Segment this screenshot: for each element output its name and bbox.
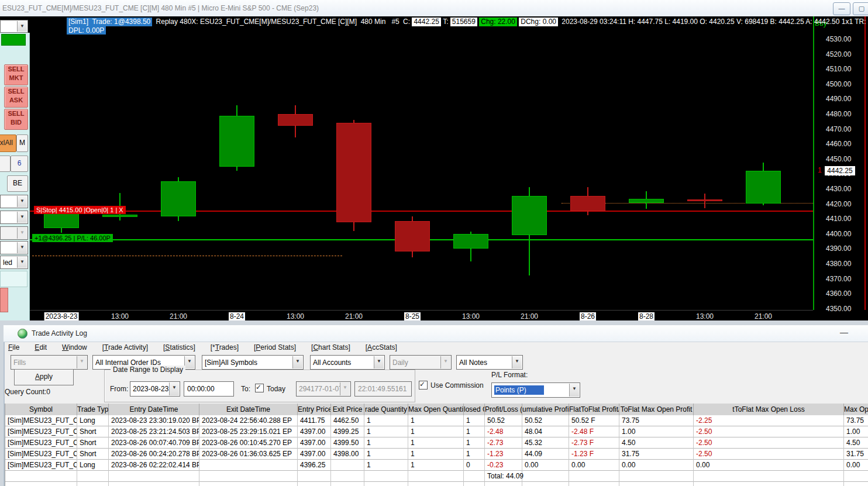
column-header[interactable]: FlatToFlat Profit/Loss (P [569,404,619,415]
candle [629,199,664,203]
log-minimize-icon[interactable]: — [840,328,848,337]
menu-item-periodstats[interactable]: [Period Stats] [250,342,299,353]
column-header[interactable]: umulative Profit/Loss ( [522,404,569,415]
column-header[interactable]: Max Open Quantity [408,404,464,415]
table-cell: 2023-08-26 00:10:45.270 EP [199,437,298,449]
menu-item-statistics[interactable]: [Statistics] [160,342,199,353]
apply-button[interactable]: Apply [14,369,74,385]
table-cell: 4399.50 [331,437,364,449]
time-tick-label: 21:00 [521,312,538,320]
sell-market-button[interactable]: SELL MKT [4,64,28,85]
table-row[interactable]: [Sim]MESU23_FUT_CMLong2023-08-26 02:22:0… [5,460,868,471]
partial-button[interactable] [0,156,11,172]
sidebar-combo-5[interactable]: led▼ [0,256,28,269]
table-cell [464,471,485,482]
candle [453,234,488,249]
sidebar-combo-2[interactable]: ▼ [0,211,28,224]
notes-combo[interactable]: All Notes▼ [456,355,523,370]
chart-area[interactable]: S|Stop| 4415.00 |Open|0| 1 | X+1@4396.25… [29,16,813,320]
buy-status-indicator [1,34,26,46]
column-header[interactable]: Entry Price [298,404,331,415]
daily-change-value: DChg: 0.00 [519,18,558,26]
menu-item-window[interactable]: Window [58,342,91,353]
log-title-bar[interactable] [4,325,868,342]
to-label: To: [241,385,250,393]
sidebar-top-combo[interactable]: ▼ [0,20,28,33]
table-cell [77,482,109,486]
maximize-icon[interactable]: ▢ [853,2,868,15]
check-icon: ✓ [256,383,261,391]
column-header[interactable]: ToFlat Max Open Profit [619,404,694,415]
time-tick-label: 2023-8-23 [44,312,79,320]
sell-ask-button[interactable]: SELL ASK [4,87,28,108]
price-axis[interactable]: Buy4530.004520.004510.004500.004490.0044… [813,16,868,320]
menu-item-accstats[interactable]: [AccStats] [362,342,401,353]
chevron-down-icon: ▼ [292,356,302,368]
menu-item-tradeactivity[interactable]: [Trade Activity] [99,342,151,353]
table-cell: Total: 44.09 [485,471,522,482]
column-header[interactable]: Symbol [5,404,77,415]
accounts-combo[interactable]: All Accounts▼ [310,355,385,370]
column-header[interactable]: Exit DateTime [199,404,298,415]
table-cell [569,482,619,486]
time-tick-label: 13:00 [287,312,304,320]
price-tick-label: 4520.00 [826,50,851,58]
menu-item-file[interactable]: File [5,342,23,353]
table-cell: 2023-08-24 22:56:40.288 EP [199,415,298,426]
menu-item-trades[interactable]: [*Trades] [207,342,242,353]
table-cell: -2.48 [485,426,522,437]
from-date-combo[interactable]: 2023-08-23▼ [130,381,180,397]
table-row[interactable] [5,482,868,486]
breakeven-button[interactable]: BE [7,175,28,192]
sell-bid-button[interactable]: SELL BID [4,109,28,130]
candle [395,221,430,251]
pl-format-combo[interactable]: Points (P)▼ [491,382,580,398]
column-header[interactable]: Max Ope [844,404,868,415]
use-commission-checkbox[interactable]: ✓ [419,381,428,391]
candle [278,114,313,126]
quantity-button[interactable]: 6 [11,156,28,172]
date-range-group-label: Date Range to Display [111,366,185,374]
main-title-bar[interactable]: ESU23_FUT_CME[M]/MESU23_FUT_CME [C][M] 4… [0,0,868,17]
table-cell: 4.50 [844,437,868,449]
table-row[interactable]: [Sim]MESU23_FUT_CMLong2023-08-23 23:30:1… [5,415,868,426]
table-cell [331,460,364,471]
candle [102,215,137,217]
trade-activity-table[interactable]: SymbolTrade TypeEntry DateTimeExit DateT… [5,404,868,486]
symbols-combo[interactable]: [Sim]All Symbols▼ [202,355,304,370]
table-cell: [Sim]MESU23_FUT_CM [5,415,77,426]
stop-order-label[interactable]: S|Stop| 4415.00 |Open|0| 1 | X [34,206,126,214]
price-tick-label: 4530.00 [826,35,851,43]
table-row[interactable]: [Sim]MESU23_FUT_CMShort2023-08-26 00:07:… [5,437,868,449]
pl-format-label: P/L Format: [491,371,528,379]
table-cell: 2023-08-26 00:24:20.278 BP [109,449,199,460]
m-button[interactable]: M [16,135,28,152]
table-row[interactable]: [Sim]MESU23_FUT_CMShort2023-08-26 00:24:… [5,449,868,460]
axis-left-edge [813,16,814,310]
table-cell [619,471,694,482]
table-cell: 2023-08-25 23:21:24.503 BP [109,426,199,437]
table-row[interactable]: [Sim]MESU23_FUT_CMShort2023-08-25 23:21:… [5,426,868,437]
column-header[interactable]: tToFlat Max Open Loss [694,404,844,415]
cancel-all-button[interactable]: CxlAll [0,135,16,152]
today-checkbox[interactable]: ✓ [255,384,264,394]
from-time-field[interactable]: 00:00:00 [184,381,234,397]
candle [44,213,79,228]
menu-item-chartstats[interactable]: [Chart Stats] [308,342,354,353]
column-header[interactable]: Exit Price [331,404,364,415]
column-header[interactable]: Profit/Loss (P) [485,404,522,415]
fills-combo: Fills▼ [11,355,88,370]
column-header[interactable]: rade Quantity [364,404,408,415]
column-header[interactable]: Trade Type [77,404,109,415]
partial-sell-button[interactable] [0,288,8,312]
menu-item-edit[interactable]: Edit [31,342,50,353]
candle [687,199,722,201]
column-header[interactable]: losed Qu [464,404,485,415]
sidebar-combo-1[interactable]: ▼ [0,195,28,208]
sidebar-combo-4[interactable]: ▼ [0,241,28,254]
column-header[interactable]: Entry DateTime [109,404,199,415]
table-cell [485,482,522,486]
table-cell: -2.25 [694,415,844,426]
minimize-icon[interactable]: — [833,2,850,15]
table-row[interactable]: Total: 44.09 [5,471,868,482]
